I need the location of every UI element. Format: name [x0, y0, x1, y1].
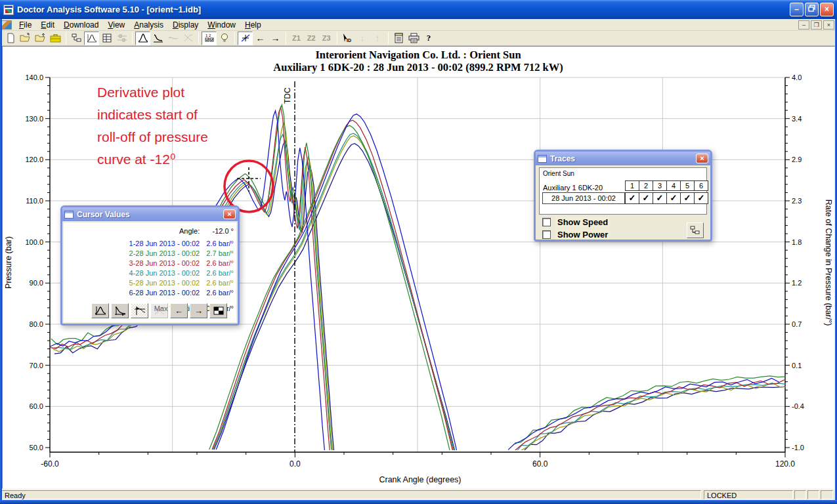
x-tick-label: 0.0 [290, 459, 301, 469]
y-left-tick-label: 50.0 [30, 444, 43, 452]
checkbox-icon [542, 230, 551, 239]
x-tick-label: 60.0 [532, 459, 548, 469]
cylinder-header-6: 6 [694, 180, 708, 191]
y-left-tick-label: 140.0 [25, 74, 43, 81]
trace-label: 2-28 Jun 2013 - 00:02 [64, 249, 200, 259]
show-speed-checkbox[interactable]: Show Speed [542, 217, 610, 227]
cursor-values-close-button[interactable]: × [223, 209, 236, 219]
cylinder-check-2[interactable]: ✓ [639, 192, 653, 204]
angle-label: Angle: [64, 226, 200, 236]
annotation-line-1: Derivative plot [97, 85, 184, 100]
cursor-trace-row-4: 4-28 Jun 2013 - 00:022.6 bar/° [64, 268, 236, 278]
cursor-trace-row-1: 1-28 Jun 2013 - 00:022.6 bar/° [64, 239, 236, 249]
y-left-tick-label: 100.0 [25, 238, 43, 246]
traces-panel: Orient Sun Auxiliary 1 6DK-20 123456 28 … [539, 167, 707, 215]
cursor-trace-rows: 1-28 Jun 2013 - 00:022.6 bar/°2-28 Jun 2… [64, 239, 236, 298]
y-axis-left-label: Pressure (bar) [4, 236, 13, 289]
status-locked: LOCKED [704, 490, 793, 499]
function-button[interactable] [150, 303, 168, 318]
y-right-tick-label: 4.0 [792, 74, 802, 81]
cursor-values-body: Angle: -12.0 ° 1-28 Jun 2013 - 00:022.6 … [64, 222, 236, 322]
pressure-plot-button[interactable] [91, 303, 109, 318]
trace-value: 2.6 bar/° [200, 268, 234, 278]
cylinder-header-5: 5 [680, 180, 695, 191]
prev-cursor-button[interactable]: ← [170, 303, 188, 318]
checkered-icon [213, 306, 224, 315]
traces-titlebar[interactable]: Traces × [536, 152, 710, 165]
next-cursor-button[interactable]: → [190, 303, 207, 318]
cylinder-check-5[interactable]: ✓ [680, 192, 695, 204]
trace-label: 4-28 Jun 2013 - 00:02 [64, 268, 200, 278]
derivative-trace-5 [517, 383, 787, 453]
traces-close-button[interactable]: × [696, 154, 708, 163]
tree-icon [690, 225, 700, 236]
app-window: Doctor Analysis Software 5.10 - [orient~… [0, 0, 837, 504]
cursor-trace-row-2: 2-28 Jun 2013 - 00:022.7 bar/° [64, 249, 236, 259]
y-right-tick-label: 2.9 [792, 156, 802, 163]
derivative-trace-3 [513, 380, 784, 452]
derivative-trace-4 [515, 383, 786, 453]
right-arrow-icon: → [194, 306, 203, 316]
angle-value: -12.0 ° [200, 226, 234, 236]
y-right-tick-label: -1.0 [792, 444, 804, 452]
y-right-tick-label: 0.1 [792, 362, 802, 369]
decay-curve-icon [114, 306, 126, 316]
y-left-tick-label: 120.0 [25, 156, 43, 163]
trace-label: 6-28 Jun 2013 - 00:02 [64, 288, 200, 298]
cylinder-checkboxes: ✓✓✓✓✓✓ [626, 192, 708, 204]
show-power-label: Show Power [555, 230, 610, 240]
y-axis-right-label: Rate of Change in Pressure (bar/°) [824, 200, 833, 326]
derivative-plot-button[interactable] [111, 303, 129, 318]
cursor-values-titlebar[interactable]: Cursor Values × [62, 207, 238, 221]
y-left-tick-label: 70.0 [30, 362, 43, 369]
trace-value: 2.7 bar/° [200, 249, 234, 259]
cursor-flag-icon [134, 306, 146, 316]
chart-title-line1: Interorient Navigation Co. Ltd. : Orient… [315, 49, 521, 61]
x-tick-label: -60.0 [41, 459, 59, 469]
y-right-tick-label: 1.8 [792, 238, 802, 246]
status-bar: Ready LOCKED [0, 489, 837, 500]
trace-label: 1-28 Jun 2013 - 00:02 [64, 239, 200, 249]
cylinder-check-4[interactable]: ✓ [666, 192, 681, 204]
cursor-values-buttons: ← → [91, 303, 227, 318]
traces-dialog: Traces × Orient Sun Auxiliary 1 6DK-20 1… [534, 150, 712, 242]
cylinder-column-headers: 123456 [626, 180, 708, 191]
tdc-label: TDC [283, 87, 292, 104]
annotation-line-2: indicates start of [97, 107, 198, 122]
window-bottom-border [0, 500, 837, 504]
y-left-tick-label: 80.0 [30, 320, 43, 328]
cursor-trace-button[interactable] [131, 303, 148, 318]
cylinder-check-3[interactable]: ✓ [653, 192, 667, 204]
pressure-trace-1 [216, 114, 459, 460]
engine-name: Auxiliary 1 6DK-20 [543, 184, 603, 192]
swap-view-button[interactable] [209, 303, 227, 318]
cursor-values-dialog: Cursor Values × Angle: -12.0 ° 1-28 Jun … [60, 205, 240, 326]
status-panel [821, 490, 833, 499]
cylinder-check-6[interactable]: ✓ [694, 192, 708, 204]
status-panel [807, 490, 819, 499]
trace-label: 5-28 Jun 2013 - 00:02 [64, 278, 200, 288]
show-power-checkbox[interactable]: Show Power [542, 230, 610, 240]
cursor-trace-row-5: 5-28 Jun 2013 - 00:022.6 bar/° [64, 278, 236, 288]
chart-title-line2: Auxiliary 1 6DK-20 : 28 Jun 2013 - 00:02… [273, 61, 563, 74]
y-right-tick-label: 3.4 [792, 115, 802, 123]
cylinder-check-1[interactable]: ✓ [625, 192, 639, 204]
trace-value: 2.6 bar/° [200, 259, 234, 268]
checkbox-icon [542, 218, 551, 226]
vessel-name: Orient Sun [543, 170, 574, 177]
peak-curve-icon [95, 306, 106, 316]
cursor-values-title: Cursor Values [77, 210, 130, 219]
cursor-trace-row-3: 3-28 Jun 2013 - 00:022.6 bar/° [64, 259, 236, 268]
left-arrow-icon: ← [175, 306, 183, 316]
trace-date-field[interactable]: 28 Jun 2013 - 00:02 [542, 192, 625, 204]
trace-label: 3-28 Jun 2013 - 00:02 [64, 259, 200, 268]
cylinder-header-3: 3 [653, 180, 667, 191]
annotation-line-4: curve at -12⁰ [97, 152, 175, 167]
status-panel [794, 490, 806, 499]
trace-tree-button[interactable] [687, 222, 704, 238]
y-right-tick-label: 2.3 [792, 197, 802, 205]
window-icon [64, 211, 74, 219]
pressure-trace-3 [212, 120, 455, 460]
cylinder-header-4: 4 [666, 180, 681, 191]
window-icon [538, 155, 547, 163]
